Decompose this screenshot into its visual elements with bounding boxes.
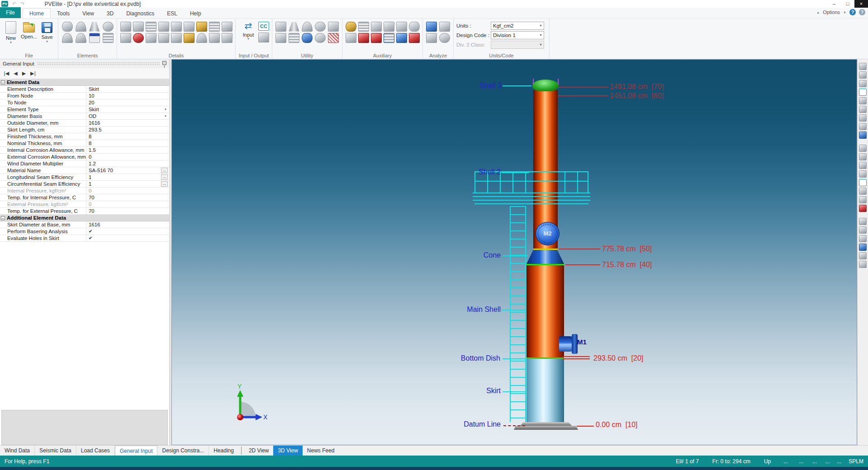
zoom-window-icon[interactable] [859,97,867,104]
saddle-icon[interactable] [158,22,169,32]
iso-view-icon[interactable] [859,196,867,203]
options-arrow-icon[interactable]: ▼ [843,11,846,14]
stiffener-spacing-icon[interactable] [133,22,144,32]
rect-duct-icon[interactable] [89,33,100,43]
split-element-icon[interactable] [289,33,299,43]
picker-hand-icon[interactable] [384,22,394,32]
derrick-icon[interactable] [396,22,407,32]
review-notes-icon[interactable] [439,22,450,32]
lifting-lug-icon[interactable] [120,33,131,43]
tab-heading[interactable]: Heading [209,446,238,456]
flat-head-icon[interactable] [62,33,73,43]
tab-general-input[interactable]: General Input [115,446,158,456]
wireframe-view-icon[interactable] [859,226,867,234]
top-view-icon[interactable] [859,162,867,169]
left-view-icon[interactable] [859,179,867,186]
tray-stack-icon[interactable] [209,22,220,32]
flange-check-icon[interactable] [358,22,369,32]
perspective-view-icon[interactable] [859,205,867,212]
field-value[interactable]: 1.5 [86,147,169,153]
field-value[interactable]: Skirt [86,86,169,92]
conical-section-icon[interactable] [89,22,100,32]
leg-support-icon[interactable] [171,33,182,43]
dropdown-arrow-icon[interactable]: ▼ [164,106,167,113]
field-value[interactable]: 0 [86,154,169,160]
mesh-icon[interactable] [328,33,339,43]
field-value[interactable]: 8 [86,133,169,140]
field-value[interactable]: 8 [86,140,169,146]
pan-icon[interactable] [859,123,867,130]
tab-help[interactable]: Help [184,9,208,18]
sphere-icon[interactable] [315,33,326,43]
back-view-icon[interactable] [859,153,867,160]
tab-view[interactable]: View [76,9,100,18]
tab-load-cases[interactable]: Load Cases [76,446,115,456]
elliptical-head-icon[interactable] [76,22,86,32]
minimize-button[interactable]: – [827,0,841,8]
measure-icon[interactable] [859,252,867,259]
scatter-link-icon[interactable] [328,22,339,32]
flip-element-icon[interactable] [302,22,313,32]
save-button[interactable]: Save ▼ [39,20,55,44]
box-support-icon[interactable] [209,33,220,43]
calculator-icon[interactable] [396,33,407,43]
tab-news-feed[interactable]: News Feed [303,446,339,456]
tab-3d[interactable]: 3D [100,9,120,18]
right-view-icon[interactable] [859,188,867,195]
print-icon[interactable] [859,63,867,70]
flat-head-plus-icon[interactable] [196,33,207,43]
tab-seismic-data[interactable]: Seismic Data [35,446,76,456]
field-value[interactable]: 20 [86,99,169,106]
delete-element-icon[interactable] [275,33,286,43]
last-element-button[interactable]: ▶| [30,70,36,76]
database-icon[interactable] [302,33,313,43]
insulation-icon[interactable] [184,22,194,32]
nozzle-icon[interactable] [120,22,131,32]
tab-tools[interactable]: Tools [51,9,76,18]
options-menu[interactable]: Options [823,9,840,15]
browse-button[interactable]: ... [161,174,168,180]
prev-element-button[interactable]: ◀ [14,70,17,76]
field-value[interactable]: 1... [86,181,169,187]
field-value[interactable]: 1616 [86,120,169,126]
nozzle-report-icon[interactable] [171,22,182,32]
zoom-extents-icon[interactable] [859,89,867,96]
zoom-in-icon[interactable] [859,106,867,113]
front-view-icon[interactable] [859,145,867,152]
browse-button[interactable]: ... [161,181,168,187]
first-element-button[interactable]: |◀ [4,70,9,76]
open-button[interactable]: Open... [21,20,37,44]
help-icon[interactable]: ? [849,9,856,15]
tab-2d-view[interactable]: 2D View [244,446,273,456]
design-code-combobox[interactable]: Division 1 ▼ [491,31,544,39]
save-image-icon[interactable] [859,80,867,87]
field-value[interactable]: 70 [86,208,169,214]
dwg-export-icon[interactable] [358,33,369,43]
crown-icon[interactable] [371,22,382,32]
shaded-view-icon[interactable] [859,218,867,225]
field-value[interactable]: 1... [86,174,169,180]
field-value[interactable]: 1.2 [86,160,169,167]
field-value[interactable]: 70 [86,194,169,201]
field-value[interactable]: 293.5 [86,127,169,133]
zoom-2d-icon[interactable] [315,22,326,32]
hidden-line-icon[interactable] [859,235,867,242]
tab-esl[interactable]: ESL [161,9,184,18]
dropdown-arrow-icon[interactable]: ▼ [164,113,167,119]
field-value[interactable]: SA-516 70... [86,167,169,174]
summary-list-icon[interactable] [384,33,394,43]
tab-design-constraints[interactable]: Design Constra... [157,446,209,456]
run-analysis-icon[interactable] [426,22,437,32]
channel-icon[interactable] [158,33,169,43]
3d-viewport[interactable]: M2 M1 [171,59,857,445]
clip-icon[interactable] [222,22,232,32]
tab-3d-view[interactable]: 3D View [273,446,302,456]
tab-home[interactable]: Home [23,8,51,18]
close-button[interactable]: × [854,0,868,8]
copy-view-icon[interactable] [859,71,867,79]
pin-icon[interactable] [162,61,166,65]
field-value[interactable]: 1616 [86,221,169,228]
error-check-icon[interactable] [426,33,437,43]
skirt-basering-icon[interactable] [103,33,114,43]
force-moment-icon[interactable] [133,33,144,43]
